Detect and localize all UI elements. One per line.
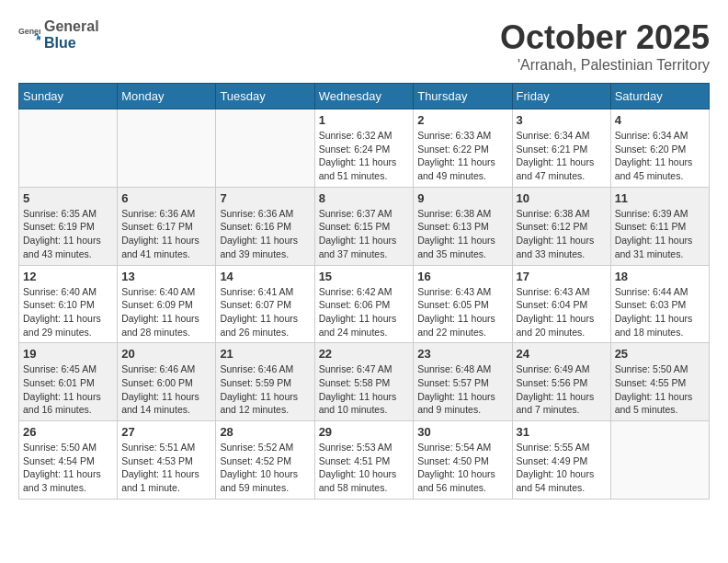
day-number: 5 xyxy=(23,191,113,205)
day-info: Sunrise: 6:49 AMSunset: 5:56 PMDaylight:… xyxy=(517,362,607,417)
table-row: 12Sunrise: 6:40 AMSunset: 6:10 PMDayligh… xyxy=(19,265,118,343)
table-row: 9Sunrise: 6:38 AMSunset: 6:13 PMDaylight… xyxy=(414,187,512,265)
day-number: 27 xyxy=(121,425,211,439)
day-info: Sunrise: 5:50 AMSunset: 4:54 PMDaylight:… xyxy=(23,441,113,495)
table-row: 22Sunrise: 6:47 AMSunset: 5:58 PMDayligh… xyxy=(314,343,414,421)
day-number: 1 xyxy=(319,113,410,127)
day-info: Sunrise: 5:55 AMSunset: 4:49 PMDaylight:… xyxy=(517,441,607,495)
table-row: 20Sunrise: 6:46 AMSunset: 6:00 PMDayligh… xyxy=(118,343,216,421)
day-number: 3 xyxy=(517,113,607,127)
header-saturday: Saturday xyxy=(610,84,709,109)
table-row: 18Sunrise: 6:44 AMSunset: 6:03 PMDayligh… xyxy=(610,265,709,343)
table-row xyxy=(216,109,314,188)
day-info: Sunrise: 6:40 AMSunset: 6:10 PMDaylight:… xyxy=(23,285,113,339)
day-number: 14 xyxy=(220,270,310,283)
day-number: 18 xyxy=(615,270,705,283)
day-number: 20 xyxy=(121,347,211,361)
day-info: Sunrise: 6:36 AMSunset: 6:16 PMDaylight:… xyxy=(220,207,310,261)
table-row: 13Sunrise: 6:40 AMSunset: 6:09 PMDayligh… xyxy=(118,265,216,343)
table-row: 7Sunrise: 6:36 AMSunset: 6:16 PMDaylight… xyxy=(216,187,314,265)
table-row: 5Sunrise: 6:35 AMSunset: 6:19 PMDaylight… xyxy=(19,187,118,265)
day-number: 13 xyxy=(121,270,211,283)
table-row: 27Sunrise: 5:51 AMSunset: 4:53 PMDayligh… xyxy=(118,421,216,500)
day-number: 21 xyxy=(220,347,310,361)
table-row: 16Sunrise: 6:43 AMSunset: 6:05 PMDayligh… xyxy=(414,265,512,343)
day-number: 6 xyxy=(121,191,211,205)
location-title: 'Arranah, Palestinian Territory xyxy=(500,57,710,74)
table-row: 17Sunrise: 6:43 AMSunset: 6:04 PMDayligh… xyxy=(512,265,610,343)
day-info: Sunrise: 5:50 AMSunset: 4:55 PMDaylight:… xyxy=(615,362,705,417)
calendar-week-row: 12Sunrise: 6:40 AMSunset: 6:10 PMDayligh… xyxy=(19,265,710,343)
title-section: October 2025 'Arranah, Palestinian Terri… xyxy=(500,18,710,74)
day-number: 16 xyxy=(417,270,507,283)
day-info: Sunrise: 6:39 AMSunset: 6:11 PMDaylight:… xyxy=(615,207,705,261)
logo-icon: General xyxy=(18,24,40,46)
calendar-week-row: 1Sunrise: 6:32 AMSunset: 6:24 PMDaylight… xyxy=(19,109,710,188)
table-row xyxy=(118,109,216,188)
day-info: Sunrise: 6:40 AMSunset: 6:09 PMDaylight:… xyxy=(121,285,211,339)
header-thursday: Thursday xyxy=(414,84,512,109)
header-friday: Friday xyxy=(512,84,610,109)
day-info: Sunrise: 6:33 AMSunset: 6:22 PMDaylight:… xyxy=(417,129,507,183)
day-info: Sunrise: 6:46 AMSunset: 6:00 PMDaylight:… xyxy=(121,362,211,417)
day-info: Sunrise: 6:34 AMSunset: 6:20 PMDaylight:… xyxy=(615,129,705,183)
day-info: Sunrise: 5:54 AMSunset: 4:50 PMDaylight:… xyxy=(417,441,507,495)
header-monday: Monday xyxy=(118,84,216,109)
day-number: 26 xyxy=(23,425,113,439)
day-number: 24 xyxy=(517,347,607,361)
table-row: 1Sunrise: 6:32 AMSunset: 6:24 PMDaylight… xyxy=(314,109,414,188)
calendar-week-row: 19Sunrise: 6:45 AMSunset: 6:01 PMDayligh… xyxy=(19,343,710,421)
table-row: 10Sunrise: 6:38 AMSunset: 6:12 PMDayligh… xyxy=(512,187,610,265)
day-number: 7 xyxy=(220,191,310,205)
table-row: 26Sunrise: 5:50 AMSunset: 4:54 PMDayligh… xyxy=(19,421,118,500)
table-row xyxy=(19,109,118,188)
calendar-header-row: Sunday Monday Tuesday Wednesday Thursday… xyxy=(19,84,710,109)
table-row: 14Sunrise: 6:41 AMSunset: 6:07 PMDayligh… xyxy=(216,265,314,343)
day-info: Sunrise: 6:32 AMSunset: 6:24 PMDaylight:… xyxy=(319,129,410,183)
header-tuesday: Tuesday xyxy=(216,84,314,109)
day-number: 2 xyxy=(417,113,507,127)
logo-blue: Blue xyxy=(44,35,76,51)
day-number: 31 xyxy=(517,425,607,439)
day-info: Sunrise: 6:45 AMSunset: 6:01 PMDaylight:… xyxy=(23,362,113,417)
table-row: 3Sunrise: 6:34 AMSunset: 6:21 PMDaylight… xyxy=(512,109,610,188)
calendar-week-row: 5Sunrise: 6:35 AMSunset: 6:19 PMDaylight… xyxy=(19,187,710,265)
day-number: 22 xyxy=(319,347,410,361)
table-row: 4Sunrise: 6:34 AMSunset: 6:20 PMDaylight… xyxy=(610,109,709,188)
table-row: 15Sunrise: 6:42 AMSunset: 6:06 PMDayligh… xyxy=(314,265,414,343)
day-number: 8 xyxy=(319,191,410,205)
calendar: Sunday Monday Tuesday Wednesday Thursday… xyxy=(18,83,710,500)
day-info: Sunrise: 6:43 AMSunset: 6:04 PMDaylight:… xyxy=(517,285,607,339)
table-row: 19Sunrise: 6:45 AMSunset: 6:01 PMDayligh… xyxy=(19,343,118,421)
day-info: Sunrise: 6:38 AMSunset: 6:13 PMDaylight:… xyxy=(417,207,507,261)
day-info: Sunrise: 6:41 AMSunset: 6:07 PMDaylight:… xyxy=(220,285,310,339)
day-info: Sunrise: 6:37 AMSunset: 6:15 PMDaylight:… xyxy=(319,207,410,261)
day-number: 17 xyxy=(517,270,607,283)
day-info: Sunrise: 6:44 AMSunset: 6:03 PMDaylight:… xyxy=(615,285,705,339)
day-info: Sunrise: 6:35 AMSunset: 6:19 PMDaylight:… xyxy=(23,207,113,261)
day-number: 25 xyxy=(615,347,705,361)
day-info: Sunrise: 6:43 AMSunset: 6:05 PMDaylight:… xyxy=(417,285,507,339)
header-wednesday: Wednesday xyxy=(314,84,414,109)
table-row: 11Sunrise: 6:39 AMSunset: 6:11 PMDayligh… xyxy=(610,187,709,265)
day-number: 19 xyxy=(23,347,113,361)
table-row: 31Sunrise: 5:55 AMSunset: 4:49 PMDayligh… xyxy=(512,421,610,500)
day-info: Sunrise: 6:42 AMSunset: 6:06 PMDaylight:… xyxy=(319,285,410,339)
day-number: 12 xyxy=(23,270,113,283)
day-info: Sunrise: 5:51 AMSunset: 4:53 PMDaylight:… xyxy=(121,441,211,495)
day-info: Sunrise: 6:46 AMSunset: 5:59 PMDaylight:… xyxy=(220,362,310,417)
day-info: Sunrise: 6:36 AMSunset: 6:17 PMDaylight:… xyxy=(121,207,211,261)
logo: General General Blue xyxy=(18,18,99,52)
table-row: 24Sunrise: 6:49 AMSunset: 5:56 PMDayligh… xyxy=(512,343,610,421)
day-number: 23 xyxy=(417,347,507,361)
table-row: 25Sunrise: 5:50 AMSunset: 4:55 PMDayligh… xyxy=(610,343,709,421)
day-number: 10 xyxy=(517,191,607,205)
header-sunday: Sunday xyxy=(19,84,118,109)
day-number: 4 xyxy=(615,113,705,127)
table-row: 28Sunrise: 5:52 AMSunset: 4:52 PMDayligh… xyxy=(216,421,314,500)
day-info: Sunrise: 5:53 AMSunset: 4:51 PMDaylight:… xyxy=(319,441,410,495)
page-header: General General Blue October 2025 'Arran… xyxy=(18,18,710,74)
day-number: 15 xyxy=(319,270,410,283)
table-row: 23Sunrise: 6:48 AMSunset: 5:57 PMDayligh… xyxy=(414,343,512,421)
table-row: 30Sunrise: 5:54 AMSunset: 4:50 PMDayligh… xyxy=(414,421,512,500)
